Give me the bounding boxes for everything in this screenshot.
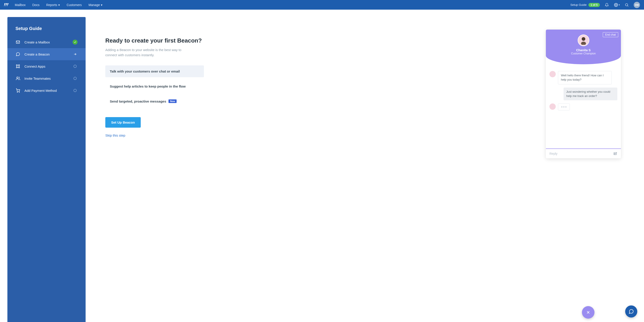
feature-help-articles[interactable]: Suggest help articles to keep people in … — [105, 80, 204, 92]
svg-point-2 — [626, 3, 628, 6]
beacon-preview: End chat Chanita S Customer Champion Wel… — [546, 29, 621, 158]
svg-point-10 — [19, 92, 20, 92]
nav-docs[interactable]: Docs — [32, 3, 40, 7]
page-subtitle: Adding a Beacon to your website is the b… — [105, 47, 190, 58]
chat-icon — [16, 52, 20, 56]
sidebar-item-label: Add Payment Method — [24, 89, 57, 92]
svg-point-7 — [18, 67, 20, 68]
sidebar-item-teammates[interactable]: Invite Teammates — [8, 72, 86, 84]
typing-indicator — [558, 103, 570, 110]
nav-mailbox[interactable]: Mailbox — [15, 3, 26, 7]
message-avatar — [550, 71, 556, 77]
feature-label: Suggest help articles to keep people in … — [110, 84, 186, 88]
nav-reports[interactable]: Reports▾ — [46, 3, 60, 7]
reply-bar — [546, 148, 621, 158]
help-beacon-button[interactable] — [625, 306, 637, 318]
page-title: Ready to create your first Beacon? — [105, 37, 204, 44]
chat-body: Well hello there friend! How can I help … — [546, 64, 621, 148]
setup-guide-pill[interactable]: Setup Guide 1 of 5 — [570, 3, 600, 7]
sidebar-item-apps[interactable]: Connect Apps — [8, 60, 86, 72]
preview-header: End chat Chanita S Customer Champion — [546, 29, 621, 64]
reply-input[interactable] — [550, 152, 613, 155]
arrow-right-icon — [72, 52, 78, 57]
page: Setup Guide Create a Mailbox Create a Be… — [0, 10, 644, 322]
user-avatar[interactable]: DM — [634, 2, 640, 8]
svg-point-6 — [16, 67, 18, 68]
apps-icon — [16, 64, 20, 68]
sidebar-item-label: Connect Apps — [24, 64, 45, 68]
setup-beacon-button[interactable]: Set Up Beacon — [105, 117, 141, 128]
svg-rect-3 — [16, 41, 20, 43]
cart-icon — [16, 88, 20, 93]
agent-avatar — [578, 34, 589, 46]
sidebar-title: Setup Guide — [8, 26, 86, 36]
nav-manage[interactable]: Manage▾ — [88, 3, 103, 7]
sidebar-item-label: Create a Beacon — [24, 52, 50, 56]
agent-name: Chanita S — [546, 48, 621, 52]
sidebar-item-payment[interactable]: Add Payment Method — [8, 84, 86, 96]
feature-proactive-messages[interactable]: Send targeted, proactive messages New — [105, 95, 204, 107]
help-icon[interactable]: ▾ — [614, 3, 620, 7]
chevron-down-icon: ▾ — [101, 3, 102, 7]
svg-point-12 — [581, 42, 586, 45]
svg-point-9 — [17, 92, 18, 92]
setup-sidebar: Setup Guide Create a Mailbox Create a Be… — [8, 17, 86, 322]
message-avatar — [550, 103, 556, 110]
notifications-icon[interactable] — [605, 3, 609, 7]
status-todo-icon — [72, 64, 78, 69]
setup-progress-badge: 1 of 5 — [588, 3, 600, 7]
setup-guide-label: Setup Guide — [570, 3, 586, 6]
status-todo-icon — [72, 76, 78, 81]
nav-customers[interactable]: Customers — [66, 3, 82, 7]
feature-label: Send targeted, proactive messages — [110, 99, 166, 103]
users-icon — [16, 76, 20, 81]
user-message: Just wondering whether you could help me… — [564, 87, 617, 100]
search-icon[interactable] — [625, 3, 629, 7]
feature-label: Talk with your customers over chat or em… — [110, 69, 180, 73]
status-done-icon — [72, 40, 78, 44]
svg-point-8 — [16, 77, 18, 78]
nav-links: Mailbox Docs Reports▾ Customers Manage▾ — [15, 3, 570, 7]
status-todo-icon — [72, 88, 78, 93]
agent-message: Well hello there friend! How can I help … — [558, 71, 612, 84]
app-logo-icon[interactable] — [4, 3, 8, 7]
sidebar-item-beacon[interactable]: Create a Beacon — [8, 48, 86, 60]
top-nav: Mailbox Docs Reports▾ Customers Manage▾ … — [0, 0, 644, 10]
feature-chat-email[interactable]: Talk with your customers over chat or em… — [105, 65, 204, 77]
svg-point-11 — [582, 37, 585, 41]
mailbox-icon — [16, 40, 20, 44]
svg-point-5 — [18, 65, 20, 66]
chevron-down-icon: ▾ — [619, 3, 620, 6]
skip-step-link[interactable]: Skip this step — [105, 133, 204, 137]
chevron-down-icon: ▾ — [58, 3, 60, 7]
main-content: Ready to create your first Beacon? Addin… — [86, 17, 636, 322]
end-chat-button[interactable]: End chat — [603, 32, 618, 37]
svg-point-4 — [16, 65, 18, 66]
sidebar-item-mailbox[interactable]: Create a Mailbox — [8, 36, 86, 48]
close-preview-button[interactable] — [582, 306, 594, 319]
sidebar-item-label: Invite Teammates — [24, 77, 51, 80]
agent-role: Customer Champion — [546, 52, 621, 55]
svg-point-1 — [616, 4, 617, 5]
attach-image-icon[interactable] — [613, 152, 617, 156]
new-badge: New — [168, 99, 177, 103]
sidebar-item-label: Create a Mailbox — [24, 40, 50, 44]
